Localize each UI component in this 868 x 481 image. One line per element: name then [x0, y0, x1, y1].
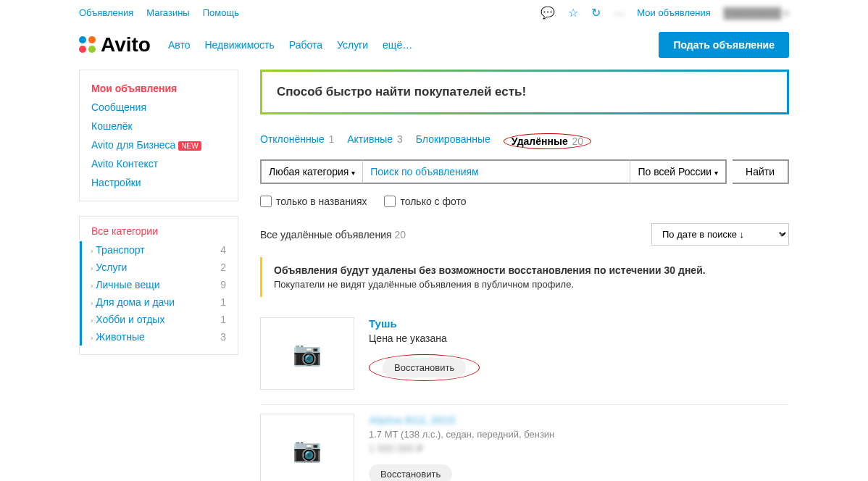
category-item[interactable]: ›Услуги2 [80, 259, 238, 276]
status-tabs: Отклонённые 1Активные 3БлокированныеУдал… [260, 129, 789, 154]
category-count: 3 [220, 331, 226, 343]
sidebar-item-5[interactable]: Настройки [91, 177, 141, 188]
category-count: 4 [220, 244, 226, 256]
category-item[interactable]: ›Животные3 [80, 328, 238, 346]
sidebar-categories-block: Все категории ›Транспорт4›Услуги2›Личные… [79, 216, 238, 355]
tab-count: 3 [397, 133, 403, 145]
tab-1[interactable]: Активные [347, 133, 393, 145]
category-count: 1 [220, 296, 226, 308]
tab-count: 1 [328, 133, 334, 145]
main-nav: Авто Недвижимость Работа Услуги ещё… [168, 39, 412, 51]
sort-select[interactable]: По дате в поиске ↓ [651, 223, 789, 246]
category-item[interactable]: ›Хобби и отдых1 [80, 311, 238, 328]
category-link[interactable]: Услуги [96, 262, 127, 273]
tab-3[interactable]: Удалённые [512, 135, 568, 147]
region-select[interactable]: По всей России ▾ [630, 159, 727, 184]
listing-item: 📷ТушьЦена не указанаВосстановить [260, 309, 789, 405]
category-link[interactable]: Хобби и отдых [96, 314, 164, 325]
sidebar-item-1[interactable]: Сообщения [91, 101, 146, 113]
item-title[interactable]: Alpina B12, 2015 [369, 414, 455, 426]
listing-item: 📷Alpina B12, 20151.7 МТ (138 л.с.), седа… [260, 405, 789, 481]
deletion-notice: Объявления будут удалены без возможности… [260, 257, 789, 297]
topbar-link-ads[interactable]: Объявления [79, 7, 133, 18]
category-link[interactable]: Личные вещи [96, 279, 159, 290]
sidebar-item-0[interactable]: Мои объявления [91, 83, 177, 94]
category-item[interactable]: ›Для дома и дачи1 [80, 293, 238, 311]
item-title[interactable]: Тушь [369, 317, 397, 330]
promo-banner[interactable]: Способ быстро найти покупателей есть! [260, 70, 789, 114]
filter-titles-only[interactable]: только в названиях [260, 196, 367, 207]
logo-dots-icon [79, 36, 96, 54]
search-bar: Любая категория ▾ По всей России ▾ Найти [260, 159, 789, 184]
category-count: 9 [220, 279, 226, 290]
tab-count: 20 [572, 135, 584, 147]
restore-highlight: Восстановить [369, 354, 480, 381]
search-filters: только в названиях только с фото [260, 190, 789, 219]
item-price: 1 500 000 ₽ [369, 443, 789, 454]
category-item[interactable]: ›Транспорт4 [80, 241, 238, 259]
topbar-left: Объявления Магазины Помощь [79, 7, 239, 18]
nav-jobs[interactable]: Работа [289, 39, 322, 51]
promo-banner-text: Способ быстро найти покупателей есть! [277, 85, 772, 99]
sidebar-item-2[interactable]: Кошелёк [91, 120, 133, 132]
camera-icon: 📷 [293, 436, 322, 464]
category-link[interactable]: Животные [96, 331, 145, 343]
post-ad-button[interactable]: Подать объявление [659, 32, 789, 58]
sidebar-categories-title: Все категории [80, 217, 238, 241]
topbar-right: 💬 ☆ ↻ — Мои объявления ████████ ▾ [541, 6, 789, 20]
tab-0[interactable]: Отклонённые [260, 133, 325, 145]
user-balance: — [614, 7, 624, 19]
nav-auto[interactable]: Авто [168, 39, 191, 51]
active-tab-highlight: Удалённые 20 [504, 133, 591, 149]
camera-icon: 📷 [293, 340, 322, 367]
new-badge: NEW [178, 141, 201, 151]
logo[interactable]: Avito [79, 33, 151, 57]
tab-2[interactable]: Блокированные [416, 133, 491, 145]
favorites-icon[interactable]: ☆ [568, 6, 578, 20]
category-count: 2 [220, 262, 226, 273]
notifications-icon[interactable]: ↻ [591, 6, 601, 20]
logo-text: Avito [101, 33, 151, 57]
item-desc: 1.7 МТ (138 л.с.), седан, передний, бенз… [369, 429, 789, 440]
restore-button[interactable]: Восстановить [369, 464, 452, 481]
messages-icon[interactable]: 💬 [541, 6, 555, 20]
nav-realty[interactable]: Недвижимость [204, 39, 274, 51]
sidebar-item-4[interactable]: Avito Контекст [91, 158, 158, 170]
category-select[interactable]: Любая категория ▾ [260, 159, 363, 184]
search-button[interactable]: Найти [733, 159, 789, 184]
item-thumbnail[interactable]: 📷 [260, 317, 354, 390]
topbar-link-shops[interactable]: Магазины [146, 7, 190, 18]
category-link[interactable]: Для дома и дачи [96, 296, 175, 308]
category-link[interactable]: Транспорт [96, 244, 144, 256]
search-input[interactable] [363, 159, 630, 184]
filter-with-photo[interactable]: только с фото [384, 196, 466, 207]
nav-more[interactable]: ещё… [383, 39, 412, 51]
topbar-link-help[interactable]: Помощь [203, 7, 239, 18]
list-title: Все удалённые объявления 20 [260, 229, 406, 240]
sidebar-item-3[interactable]: Avito для Бизнеса [91, 139, 175, 151]
my-ads-link[interactable]: Мои объявления [637, 7, 710, 18]
category-count: 1 [220, 314, 226, 325]
nav-services[interactable]: Услуги [337, 39, 368, 51]
item-price: Цена не указана [369, 332, 789, 344]
category-item[interactable]: ›Личные вещи9 [80, 276, 238, 293]
restore-button[interactable]: Восстановить [383, 358, 466, 377]
item-thumbnail[interactable]: 📷 [260, 414, 354, 481]
sidebar-menu-block: Мои объявленияСообщенияКошелёкAvito для … [79, 70, 238, 201]
user-name[interactable]: ████████ ▾ [724, 7, 789, 19]
